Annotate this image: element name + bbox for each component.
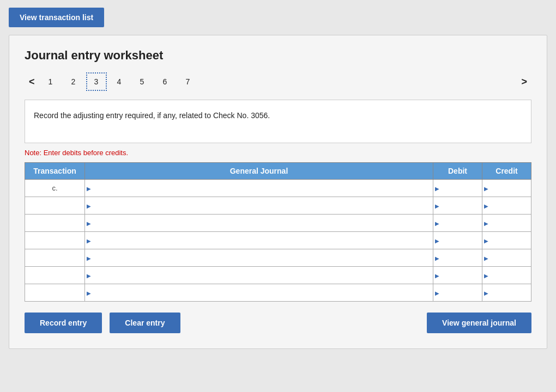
header-debit: Debit <box>433 163 482 180</box>
journal-input-4[interactable] <box>93 233 430 248</box>
tabs-row: < 1 2 3 4 5 6 7 > <box>25 72 531 91</box>
credit-input-3[interactable] <box>490 216 528 231</box>
journal-input-6[interactable] <box>93 268 430 283</box>
credit-input-5[interactable] <box>490 250 528 266</box>
table-row <box>25 284 531 302</box>
transaction-cell-2 <box>25 197 85 215</box>
journal-cell-7[interactable] <box>85 284 433 302</box>
tab-3[interactable]: 3 <box>86 72 107 91</box>
view-transaction-button[interactable]: View transaction list <box>9 8 104 27</box>
journal-cell-1[interactable] <box>85 180 433 197</box>
debit-input-2[interactable] <box>441 198 479 213</box>
journal-cell-6[interactable] <box>85 267 433 284</box>
journal-input-7[interactable] <box>93 285 430 301</box>
credit-input-2[interactable] <box>490 198 528 213</box>
credit-input-6[interactable] <box>490 268 528 283</box>
debit-input-7[interactable] <box>441 285 479 301</box>
bottom-buttons: Record entry Clear entry View general jo… <box>25 313 531 333</box>
credit-input-7[interactable] <box>490 285 528 301</box>
transaction-cell-1: c. <box>25 180 85 197</box>
table-row <box>25 267 531 284</box>
note-text: Note: Enter debits before credits. <box>25 149 531 157</box>
header-general-journal: General Journal <box>85 163 433 180</box>
debit-cell-3[interactable] <box>433 215 482 232</box>
credit-input-1[interactable] <box>490 181 528 196</box>
credit-cell-5[interactable] <box>482 249 531 267</box>
debit-input-1[interactable] <box>441 181 479 196</box>
tab-5[interactable]: 5 <box>132 72 153 91</box>
journal-cell-5[interactable] <box>85 249 433 267</box>
debit-input-6[interactable] <box>441 268 479 283</box>
transaction-cell-7 <box>25 284 85 302</box>
credit-cell-2[interactable] <box>482 197 531 215</box>
journal-table: Transaction General Journal Debit Credit… <box>25 162 531 302</box>
tab-4[interactable]: 4 <box>109 72 130 91</box>
journal-input-1[interactable] <box>93 181 430 196</box>
transaction-cell-5 <box>25 249 85 267</box>
transaction-cell-6 <box>25 267 85 284</box>
journal-input-5[interactable] <box>93 250 430 266</box>
journal-cell-4[interactable] <box>85 232 433 249</box>
credit-cell-1[interactable] <box>482 180 531 197</box>
instruction-text: Record the adjusting entry required, if … <box>34 111 270 120</box>
debit-cell-5[interactable] <box>433 249 482 267</box>
credit-cell-4[interactable] <box>482 232 531 249</box>
table-row <box>25 232 531 249</box>
instruction-box: Record the adjusting entry required, if … <box>25 100 531 143</box>
journal-input-2[interactable] <box>93 198 430 213</box>
debit-input-5[interactable] <box>441 250 479 266</box>
debit-cell-7[interactable] <box>433 284 482 302</box>
header-credit: Credit <box>482 163 531 180</box>
tab-2[interactable]: 2 <box>63 72 84 91</box>
top-bar: View transaction list <box>0 0 556 35</box>
debit-input-3[interactable] <box>441 216 479 231</box>
tab-prev-button[interactable]: < <box>25 74 39 90</box>
tab-1[interactable]: 1 <box>40 72 61 91</box>
table-row <box>25 197 531 215</box>
transaction-cell-4 <box>25 232 85 249</box>
journal-input-3[interactable] <box>93 216 430 231</box>
tab-next-button[interactable]: > <box>517 74 531 90</box>
worksheet-container: Journal entry worksheet < 1 2 3 4 5 6 7 … <box>9 35 547 349</box>
record-entry-button[interactable]: Record entry <box>25 313 102 333</box>
table-row: c. <box>25 180 531 197</box>
tab-7[interactable]: 7 <box>178 72 198 91</box>
credit-input-4[interactable] <box>490 233 528 248</box>
credit-cell-7[interactable] <box>482 284 531 302</box>
debit-cell-2[interactable] <box>433 197 482 215</box>
journal-cell-2[interactable] <box>85 197 433 215</box>
credit-cell-6[interactable] <box>482 267 531 284</box>
debit-cell-6[interactable] <box>433 267 482 284</box>
table-row <box>25 215 531 232</box>
view-general-journal-button[interactable]: View general journal <box>427 313 531 333</box>
journal-cell-3[interactable] <box>85 215 433 232</box>
table-row <box>25 249 531 267</box>
debit-cell-1[interactable] <box>433 180 482 197</box>
debit-cell-4[interactable] <box>433 232 482 249</box>
clear-entry-button[interactable]: Clear entry <box>110 313 180 333</box>
worksheet-title: Journal entry worksheet <box>25 48 531 63</box>
transaction-cell-3 <box>25 215 85 232</box>
tab-6[interactable]: 6 <box>155 72 176 91</box>
credit-cell-3[interactable] <box>482 215 531 232</box>
debit-input-4[interactable] <box>441 233 479 248</box>
header-transaction: Transaction <box>25 163 85 180</box>
